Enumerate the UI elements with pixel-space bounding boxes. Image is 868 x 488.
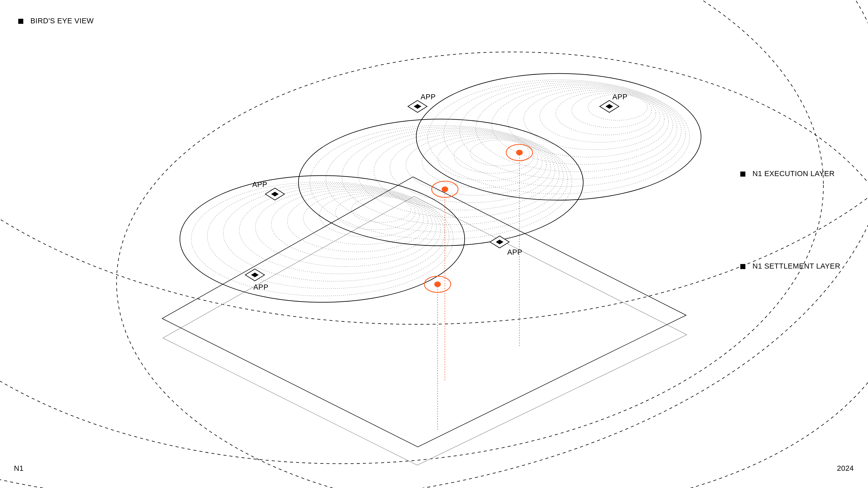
svg-point-4 [287, 191, 428, 252]
app-label: APP [507, 248, 522, 256]
background-arc [0, 0, 824, 464]
svg-point-7 [240, 186, 441, 274]
execution-ellipse [416, 73, 701, 200]
settlement-layer-label: N1 SETTLEMENT LAYER [740, 262, 840, 270]
execution-ellipse [299, 119, 583, 246]
background-arc [0, 0, 868, 324]
background-arc [0, 0, 868, 488]
svg-point-19 [342, 128, 563, 225]
svg-point-10 [191, 182, 453, 296]
svg-point-26 [524, 89, 664, 150]
svg-point-31 [444, 81, 685, 186]
svg-rect-40 [740, 172, 745, 177]
svg-point-25 [540, 90, 660, 143]
svg-point-34 [434, 281, 441, 287]
svg-point-8 [223, 185, 445, 281]
svg-point-24 [556, 91, 656, 135]
svg-point-20 [326, 127, 567, 232]
app_ml: APP [252, 180, 284, 200]
execution-layer-label-text: N1 EXECUTION LAYER [752, 170, 835, 178]
svg-point-3 [303, 192, 424, 245]
app_tl: APP [408, 93, 436, 113]
svg-point-0 [351, 196, 411, 222]
svg-point-15 [406, 134, 547, 195]
page-title: BIRD'S EYE VIEW [18, 17, 94, 25]
svg-point-12 [454, 139, 534, 173]
svg-point-36 [442, 186, 448, 192]
app_tr: APP [600, 93, 627, 113]
svg-point-17 [374, 131, 555, 210]
svg-point-21 [310, 125, 572, 239]
svg-point-32 [428, 80, 690, 194]
settlement-layer-label-text: N1 SETTLEMENT LAYER [752, 262, 840, 270]
svg-rect-39 [18, 19, 23, 24]
swirl-field [191, 182, 453, 296]
svg-point-6 [255, 188, 436, 267]
svg-point-27 [508, 87, 669, 157]
app-label: APP [421, 93, 436, 101]
svg-point-18 [358, 130, 559, 217]
svg-point-29 [476, 84, 677, 172]
app-label: APP [253, 283, 269, 291]
svg-point-16 [390, 133, 551, 203]
svg-point-13 [438, 137, 538, 181]
execution-plane [162, 177, 686, 447]
footer-right: 2024 [837, 464, 854, 472]
svg-rect-41 [740, 264, 745, 269]
swirl-field [310, 125, 572, 239]
svg-point-30 [460, 83, 681, 179]
svg-point-38 [516, 150, 523, 155]
page-title-text: BIRD'S EYE VIEW [30, 17, 94, 25]
svg-point-1 [336, 195, 415, 230]
app-label: APP [252, 180, 267, 188]
execution-layer-label: N1 EXECUTION LAYER [740, 170, 835, 178]
svg-point-2 [319, 193, 420, 237]
app_bl: APP [245, 269, 269, 291]
footer-left: N1 [14, 464, 24, 472]
svg-point-14 [422, 135, 542, 188]
settlement-plane [163, 196, 687, 465]
app-label: APP [612, 93, 627, 101]
swirl-field [428, 80, 690, 194]
